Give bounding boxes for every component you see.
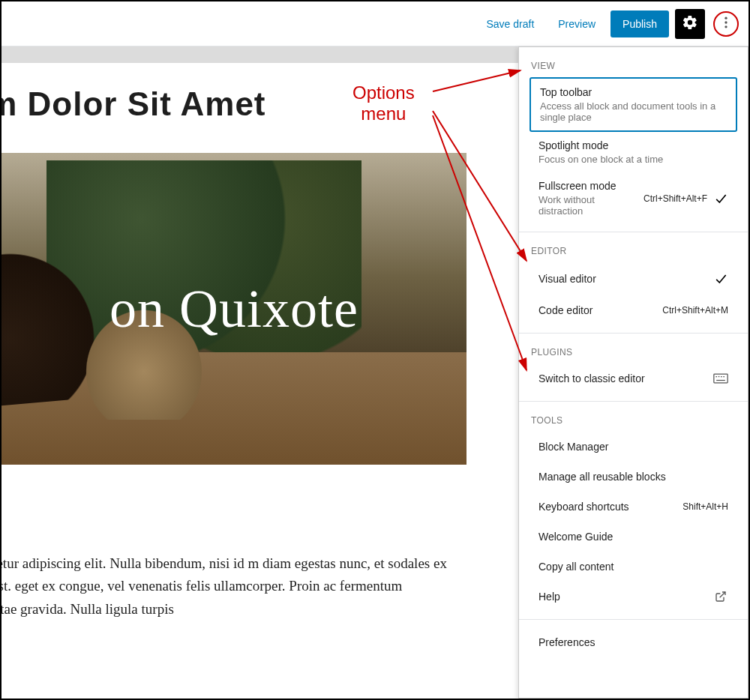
svg-line-9: [720, 592, 725, 597]
option-code-editor[interactable]: Code editor Ctrl+Shift+Alt+M: [530, 295, 737, 325]
menu-section-view: VIEW Top toolbar Access all block and do…: [519, 47, 748, 232]
option-welcome-guide[interactable]: Welcome Guide: [530, 522, 737, 552]
section-label-editor: EDITOR: [530, 240, 737, 262]
option-copy-all[interactable]: Copy all content: [530, 552, 737, 582]
option-fullscreen-mode[interactable]: Fullscreen mode Work without distraction…: [530, 172, 737, 224]
hero-image-block[interactable]: on Quixote: [2, 153, 466, 465]
publish-button[interactable]: Publish: [610, 10, 669, 37]
option-help[interactable]: Help: [530, 582, 737, 612]
menu-section-preferences: Preferences: [519, 620, 748, 665]
option-top-toolbar[interactable]: Top toolbar Access all block and documen…: [530, 77, 737, 132]
option-title: Visual editor: [538, 273, 713, 285]
shortcut-hint: Ctrl+Shift+Alt+M: [662, 305, 728, 316]
svg-point-2: [724, 25, 727, 28]
option-spotlight-mode[interactable]: Spotlight mode Focus on one block at a t…: [530, 132, 737, 172]
gear-icon: [682, 14, 698, 33]
option-switch-classic-editor[interactable]: Switch to classic editor: [530, 363, 737, 393]
settings-button[interactable]: [675, 9, 705, 39]
section-label-view: VIEW: [530, 55, 737, 77]
options-menu-button[interactable]: [711, 9, 741, 39]
shortcut-hint: Ctrl+Shift+Alt+F: [644, 193, 707, 204]
check-icon: [713, 191, 728, 206]
option-title: Spotlight mode: [538, 139, 728, 151]
section-label-tools: TOOLS: [530, 409, 737, 432]
svg-point-1: [724, 21, 727, 23]
option-title: Top toolbar: [540, 86, 727, 98]
option-keyboard-shortcuts[interactable]: Keyboard shortcuts Shift+Alt+H: [530, 492, 737, 522]
option-title: Welcome Guide: [538, 531, 728, 543]
menu-section-plugins: PLUGINS Switch to classic editor: [519, 334, 748, 402]
option-title: Switch to classic editor: [538, 372, 713, 384]
external-link-icon: [713, 591, 728, 603]
section-label-plugins: PLUGINS: [530, 341, 737, 363]
keyboard-icon: [713, 373, 728, 384]
options-menu-panel: VIEW Top toolbar Access all block and do…: [518, 46, 748, 699]
save-draft-button[interactable]: Save draft: [477, 12, 543, 36]
check-icon: [713, 271, 728, 286]
option-desc: Work without distraction: [538, 194, 638, 217]
shortcut-hint: Shift+Alt+H: [682, 501, 728, 512]
paragraph-block[interactable]: t amet, consectetur adipiscing elit. Nul…: [2, 552, 452, 621]
option-desc: Access all block and document tools in a…: [540, 100, 727, 123]
options-button-holder: [711, 9, 741, 39]
option-visual-editor[interactable]: Visual editor: [530, 262, 737, 295]
option-title: Copy all content: [538, 561, 728, 573]
hero-caption[interactable]: on Quixote: [110, 278, 358, 340]
app-frame: Save draft Preview Publish psum Dolor Si…: [0, 0, 750, 700]
option-block-manager[interactable]: Block Manager: [530, 432, 737, 462]
option-reusable-blocks[interactable]: Manage all reusable blocks: [530, 462, 737, 492]
more-vertical-icon: [718, 15, 734, 32]
menu-section-editor: EDITOR Visual editor Code editor Ctrl+Sh…: [519, 232, 748, 334]
svg-rect-3: [714, 374, 728, 383]
option-title: Keyboard shortcuts: [538, 501, 682, 513]
option-title: Preferences: [538, 636, 728, 648]
option-title: Code editor: [538, 304, 662, 316]
option-desc: Focus on one block at a time: [538, 154, 728, 165]
option-title: Manage all reusable blocks: [538, 471, 728, 483]
svg-point-0: [724, 17, 727, 19]
preview-button[interactable]: Preview: [549, 12, 604, 36]
option-title: Fullscreen mode: [538, 180, 638, 192]
option-title: Block Manager: [538, 441, 728, 453]
menu-section-tools: TOOLS Block Manager Manage all reusable …: [519, 402, 748, 620]
option-preferences[interactable]: Preferences: [530, 627, 737, 657]
option-title: Help: [538, 591, 713, 603]
editor-header: Save draft Preview Publish: [2, 1, 748, 46]
